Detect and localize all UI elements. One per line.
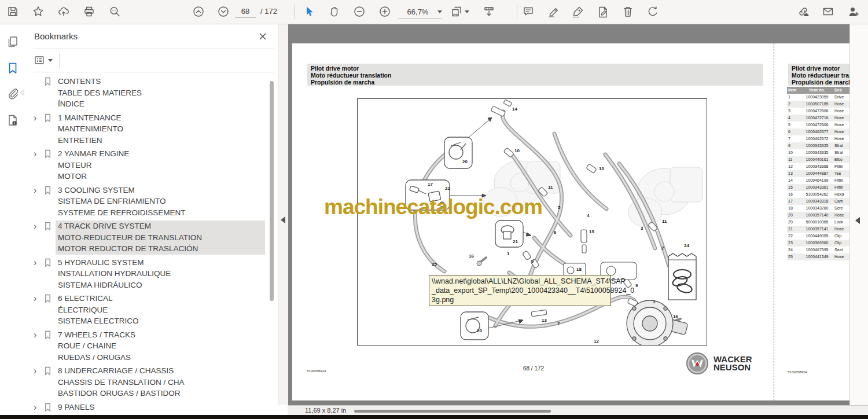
- diagram-callout-number: 16: [469, 253, 474, 259]
- diagram-callout-number: 24: [684, 243, 689, 248]
- panel-divider: [34, 72, 274, 72]
- zoom-level-value: 66,7%: [398, 8, 437, 16]
- bookmark-label[interactable]: 7 WHEELS / TRACKSROUE / CHAINERUEDAS / O…: [56, 329, 265, 363]
- expand-chevron-icon[interactable]: ›: [34, 293, 43, 327]
- highlighter-icon[interactable]: [543, 2, 563, 21]
- collapse-panel-icon[interactable]: [281, 216, 285, 223]
- expand-chevron-icon[interactable]: ›: [34, 329, 43, 363]
- bookmark-item[interactable]: ›6 ELECTRICALÉLECTRIQUESISTEMA ELECTRICO: [34, 293, 265, 327]
- attachments-icon[interactable]: [5, 86, 21, 102]
- diagram-callout-number: 17: [428, 182, 433, 187]
- panel-scrollbar[interactable]: [270, 81, 274, 301]
- bookmark-item[interactable]: ›2 YANMAR ENGINEMOTEURMOTOR: [34, 148, 265, 182]
- bookmark-item[interactable]: ›7 WHEELS / TRACKSROUE / CHAINERUEDAS / …: [34, 329, 265, 363]
- table-row: 21000507185Hose: [787, 101, 849, 108]
- bookmark-item[interactable]: CONTENTSTABLE DES MATIERESÍNDICE: [34, 76, 265, 110]
- scroll-mode-icon[interactable]: [479, 2, 499, 21]
- hand-tool-icon[interactable]: [324, 2, 344, 21]
- file-path-tooltip: \\wnad.net\global\ALL\LNZ\Global_ALL_SCH…: [429, 275, 611, 306]
- expand-chevron-icon[interactable]: ›: [34, 185, 43, 219]
- document-viewport[interactable]: Pilot drive motor Moto réductueur transl…: [288, 24, 849, 405]
- bookmark-label[interactable]: 6 ELECTRICALÉLECTRIQUESISTEMA ELECTRICO: [56, 293, 265, 327]
- email-icon[interactable]: [818, 2, 838, 21]
- table-row: 241000467595Seal: [787, 247, 849, 253]
- fit-width-icon[interactable]: [447, 2, 472, 21]
- bookmark-item[interactable]: ›9 PANELS: [34, 402, 265, 413]
- bookmark-label[interactable]: 1 MAINTENANCEMANTENIMIENTOENTRETIEN: [56, 112, 265, 146]
- table-row: 171000343318Carri: [787, 198, 849, 205]
- previous-page-icon[interactable]: [189, 2, 208, 21]
- bookmark-icon: [44, 77, 52, 86]
- next-page-icon[interactable]: [214, 2, 233, 21]
- expand-chevron-icon[interactable]: ›: [34, 365, 43, 399]
- fill-sign-icon[interactable]: [593, 2, 613, 21]
- zoom-in-icon[interactable]: [375, 2, 395, 21]
- sign-pen-icon[interactable]: [568, 2, 588, 21]
- table-row: 141000464199Fittin: [787, 177, 849, 184]
- bookmark-label[interactable]: 5 HYDRAULIC SYSTEMINSTALLATION HYDRAULIQ…: [56, 257, 265, 291]
- share-upload-icon[interactable]: [54, 2, 73, 21]
- bookmark-label[interactable]: 3 COOLING SYSTEMSISTEMA DE ENFRIAMIENTOS…: [56, 185, 265, 219]
- toolbar-divider: [517, 5, 517, 19]
- horizontal-scrollbar[interactable]: [354, 410, 551, 413]
- print-icon[interactable]: [79, 2, 99, 21]
- brand-line2: NEUSON: [713, 363, 752, 372]
- bookmark-item[interactable]: ›5 HYDRAULIC SYSTEMINSTALLATION HYDRAULI…: [34, 257, 265, 291]
- comment-icon[interactable]: [518, 2, 538, 21]
- refresh-icon[interactable]: [643, 2, 663, 21]
- delete-trash-icon[interactable]: [618, 2, 638, 21]
- expand-chevron-icon[interactable]: ›: [34, 148, 43, 182]
- bookmarks-panel-icon[interactable]: [5, 60, 21, 76]
- parts-table: ItemItem no.Des11000423059Drive210005071…: [787, 87, 849, 262]
- close-icon[interactable]: [257, 31, 269, 42]
- add-user-icon[interactable]: [843, 2, 863, 21]
- diagram-callout-number: 22: [445, 186, 450, 191]
- bookmark-item[interactable]: ›1 MAINTENANCEMANTENIMIENTOENTRETIEN: [34, 112, 265, 146]
- document-info-icon[interactable]: [5, 112, 21, 128]
- diagram-callout-number: 4: [587, 213, 589, 218]
- page-title-block: Pilot drive motor Moto réductueur transl…: [307, 64, 763, 86]
- bookmark-label[interactable]: 4 TRACK DRIVE SYSTEMMOTO-REDUCTEUR DE TR…: [56, 220, 265, 255]
- star-favorite-icon[interactable]: [28, 2, 48, 21]
- bookmark-label[interactable]: 2 YANMAR ENGINEMOTEURMOTOR: [56, 148, 265, 182]
- select-tool-icon[interactable]: [299, 2, 318, 21]
- search-icon[interactable]: [105, 2, 124, 21]
- diagram-graphic: [358, 99, 707, 345]
- page-size-label: 11,69 x 8,27 in: [305, 407, 346, 414]
- bookmark-icon: [44, 403, 52, 412]
- expand-chevron-icon[interactable]: ›: [34, 402, 43, 413]
- bookmark-item[interactable]: ›3 COOLING SYSTEMSISTEMA DE ENFRIAMIENTO…: [34, 185, 265, 219]
- page-thumbnails-icon[interactable]: [5, 34, 21, 50]
- expand-chevron-icon[interactable]: ›: [34, 112, 43, 146]
- bookmark-item[interactable]: ›4 TRACK DRIVE SYSTEMMOTO-REDUCTEUR DE T…: [34, 220, 265, 255]
- share-link-icon[interactable]: [793, 2, 813, 21]
- diagram-callout-number: 11: [548, 185, 553, 190]
- diagram-callout-number: 9: [531, 259, 534, 264]
- expand-chevron-icon[interactable]: ›: [34, 220, 43, 255]
- save-icon[interactable]: [3, 2, 23, 21]
- expand-chevron-icon[interactable]: ›: [34, 257, 43, 291]
- taskbar-edge: [0, 415, 868, 419]
- wacker-neuson-logo: WACKER NEUSON: [686, 352, 752, 375]
- table-row: 151000343361Fittin: [787, 184, 849, 191]
- diagram-callout-number: 11: [662, 219, 667, 224]
- diagram-callout-number: 16: [673, 314, 678, 319]
- diagram-callout-number: 10: [599, 166, 604, 171]
- bookmark-item[interactable]: ›8 UNDERCARRIAGE / CHASSISCHASSIS DE TRA…: [34, 365, 265, 399]
- diagram-callout-number: 20: [462, 159, 468, 164]
- bookmark-label[interactable]: 8 UNDERCARRIAGE / CHASSISCHASSIS DE TRAN…: [56, 365, 265, 399]
- bookmark-label[interactable]: CONTENTSTABLE DES MATIERESÍNDICE: [56, 76, 265, 110]
- zoom-level-control[interactable]: 66,7%: [398, 5, 442, 19]
- table-row: 61000462577Hose: [787, 128, 849, 135]
- bookmark-label[interactable]: 9 PANELS: [56, 402, 265, 413]
- page-number-input[interactable]: 68: [235, 5, 256, 18]
- table-row: 31000472606Hose: [787, 108, 849, 115]
- table-row: 211000357141Hose: [787, 226, 849, 233]
- expand-tools-panel-icon[interactable]: [855, 217, 860, 224]
- panel-resize-gutter[interactable]: [278, 24, 288, 405]
- diagram-callout-number: 14: [512, 106, 517, 112]
- bookmark-icon: [44, 186, 52, 195]
- bookmark-options-button[interactable]: [34, 53, 57, 68]
- diagram-callout-number: 25: [432, 262, 437, 267]
- zoom-out-icon[interactable]: [350, 2, 369, 21]
